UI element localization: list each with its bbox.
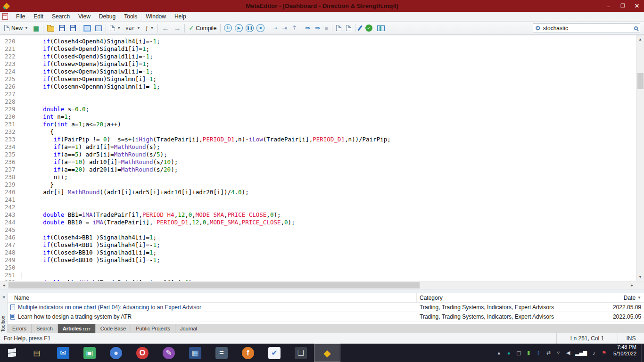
- scroll-left-icon[interactable]: ◄: [0, 281, 8, 289]
- taskbar-app-mail[interactable]: ✉: [50, 344, 76, 362]
- navigate-back-button[interactable]: ←: [159, 23, 171, 33]
- line-number[interactable]: 229: [0, 106, 22, 113]
- code-line[interactable]: 220 if(Closeh4<Openh4)Signalh4[i]=-1;: [0, 38, 636, 45]
- step-over-button[interactable]: ⇥: [280, 23, 289, 33]
- code-line[interactable]: 234 if(a==1) adr1[i]=MathRound(s);: [0, 143, 636, 151]
- code-line[interactable]: 237 if(a==20) adr20[i]=MathRound(s/20);: [0, 166, 636, 173]
- line-number[interactable]: 241: [0, 196, 22, 204]
- tray-speaker-icon[interactable]: ◀: [565, 350, 571, 356]
- line-number[interactable]: 236: [0, 158, 22, 166]
- code-line[interactable]: 226 if(Closemn<Openmn)Signalmn[i]=-1;: [0, 83, 636, 90]
- scroll-up-icon[interactable]: ▲: [636, 35, 644, 43]
- line-number[interactable]: 248: [0, 249, 22, 256]
- line-number[interactable]: 224: [0, 68, 22, 75]
- article-row[interactable]: Learn how to design a trading system by …: [8, 312, 644, 321]
- tab-articles[interactable]: Articles1117: [58, 324, 96, 333]
- menu-file[interactable]: File: [12, 12, 29, 21]
- tray-network-icon[interactable]: ▂▄▆: [575, 350, 587, 356]
- gear-icon[interactable]: ⚙: [535, 25, 541, 31]
- taskbar-clock[interactable]: 7:48 PM 5/10/2022: [611, 344, 641, 362]
- code-line[interactable]: 238 n++;: [0, 173, 636, 181]
- article-row[interactable]: Multiple indicators on one chart (Part 0…: [8, 303, 644, 312]
- menu-search[interactable]: Search: [48, 12, 74, 21]
- continue-button[interactable]: ⇒: [313, 23, 322, 33]
- tray-bluetooth-icon[interactable]: ᛒ: [536, 350, 541, 356]
- code-line[interactable]: 235 if(a==5) adr5[i]=MathRound(s/5);: [0, 151, 636, 158]
- window-layout-button[interactable]: [82, 24, 93, 33]
- hidden-icons-icon[interactable]: ▴: [496, 350, 502, 356]
- menu-tools[interactable]: Tools: [120, 12, 141, 21]
- line-number[interactable]: 242: [0, 204, 22, 211]
- run-to-cursor-button[interactable]: ⇒: [303, 23, 313, 33]
- stop-debug-button[interactable]: ■: [322, 24, 330, 33]
- code-line[interactable]: 232 {: [0, 128, 636, 136]
- horizontal-scroll-thumb[interactable]: [8, 282, 420, 288]
- line-number[interactable]: 234: [0, 143, 22, 151]
- tray-window-icon[interactable]: ▢: [516, 350, 521, 356]
- step-out-button[interactable]: ⇡: [289, 23, 299, 33]
- code-line[interactable]: 230 int n=1;: [0, 113, 636, 121]
- scroll-down-icon[interactable]: ▼: [636, 273, 644, 281]
- code-line[interactable]: 244 double BB10 = iMA(TradePair[i], PERI…: [0, 219, 636, 226]
- line-number[interactable]: 239: [0, 181, 22, 189]
- close-button[interactable]: ✕: [630, 1, 644, 11]
- save-all-button[interactable]: [67, 24, 78, 33]
- compile-button[interactable]: ✓ Compile: [186, 23, 219, 33]
- line-number[interactable]: 221: [0, 45, 22, 53]
- code-line[interactable]: 245: [0, 226, 636, 234]
- vertical-scroll-thumb[interactable]: [637, 73, 644, 89]
- styler-button[interactable]: ▼: [107, 24, 123, 33]
- show-desktop-button[interactable]: [641, 344, 644, 362]
- new-button[interactable]: New ▼: [2, 24, 31, 33]
- line-number[interactable]: 227: [0, 90, 22, 98]
- taskbar-app-file-explorer[interactable]: ▤: [24, 344, 50, 362]
- tray-sync-icon[interactable]: ⇄: [545, 350, 551, 356]
- code-line[interactable]: 246 if(Closeh4>BB1 )Signalhah4[i]=1;: [0, 234, 636, 241]
- menu-window[interactable]: Window: [141, 12, 170, 21]
- tab-journal[interactable]: Journal: [175, 324, 202, 333]
- tab-search[interactable]: Search: [32, 324, 58, 333]
- save-button[interactable]: [57, 24, 67, 33]
- code-line[interactable]: 248 if(Closed>BB10 )Signalhad1[i]=1;: [0, 249, 636, 256]
- line-number[interactable]: 226: [0, 83, 22, 90]
- scroll-right-icon[interactable]: ►: [628, 281, 636, 289]
- taskbar-app-app-store[interactable]: ▣: [76, 344, 103, 362]
- tab-errors[interactable]: Errors: [8, 324, 32, 333]
- code-line[interactable]: 228: [0, 98, 636, 106]
- code-line[interactable]: 221 if(Closed>Opend)Signald1[i]=1;: [0, 45, 636, 53]
- taskbar-app-opera[interactable]: O: [129, 344, 156, 362]
- tray-battery-icon[interactable]: ▮: [526, 350, 531, 356]
- code-line[interactable]: 243 double BB1=iMA(TradePair[i],PERIOD_H…: [0, 211, 636, 219]
- open-button[interactable]: [45, 24, 57, 33]
- line-number[interactable]: 223: [0, 60, 22, 68]
- panel-splitter[interactable]: [0, 289, 644, 293]
- code-line[interactable]: 222 if(Closed<Opend)Signald1[i]=-1;: [0, 53, 636, 60]
- menu-help[interactable]: Help: [170, 12, 190, 21]
- menu-debug[interactable]: Debug: [95, 12, 120, 21]
- tray-teal-icon[interactable]: ●: [506, 350, 512, 356]
- code-line[interactable]: 247 if(Closeh4<BB1 )Signalhah4[i]=-1;: [0, 241, 636, 249]
- line-number[interactable]: 243: [0, 211, 22, 219]
- vertical-scrollbar[interactable]: ▲ ▼: [636, 35, 644, 281]
- line-number[interactable]: 220: [0, 38, 22, 45]
- tab-code-base[interactable]: Code Base: [96, 324, 131, 333]
- taskbar-app-metaeditor[interactable]: ◆: [314, 344, 340, 362]
- search-box[interactable]: ⚙ stochastic: [533, 23, 640, 33]
- line-number[interactable]: 246: [0, 234, 22, 241]
- taskbar-app-input-app[interactable]: ▦: [182, 344, 208, 362]
- toolbox-close-button[interactable]: ×: [0, 294, 7, 300]
- code-line[interactable]: 242: [0, 204, 636, 211]
- check-syntax-button[interactable]: ✓: [363, 23, 375, 33]
- line-number[interactable]: 235: [0, 151, 22, 158]
- taskbar-app-v-app[interactable]: ✔: [261, 344, 288, 362]
- code-line[interactable]: 240 adr[i]=MathRound((adr1[i]+adr5[i]+ad…: [0, 189, 636, 196]
- code-line[interactable]: 236 if(a==10) adr10[i]=MathRound(s/10);: [0, 158, 636, 166]
- menu-edit[interactable]: Edit: [29, 12, 48, 21]
- line-number[interactable]: 250: [0, 264, 22, 272]
- step-into-button[interactable]: ⇢: [270, 23, 280, 33]
- insert-variable-button[interactable]: var▼: [123, 24, 143, 33]
- search-input[interactable]: stochastic: [543, 25, 632, 32]
- line-number[interactable]: 237: [0, 166, 22, 173]
- line-number[interactable]: 251: [0, 272, 22, 279]
- line-number[interactable]: 228: [0, 98, 22, 106]
